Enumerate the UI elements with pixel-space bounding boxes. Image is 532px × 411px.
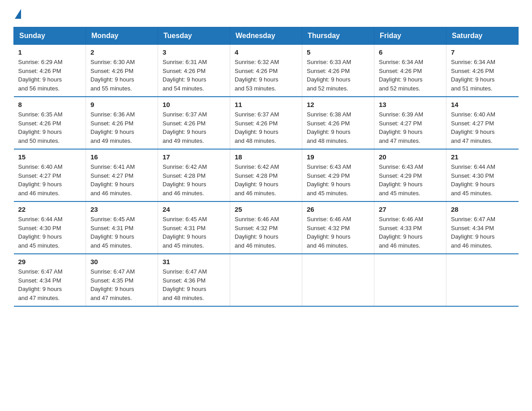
weekday-header-monday: Monday xyxy=(86,27,158,45)
day-number: 17 xyxy=(163,153,225,161)
calendar-cell: 9 Sunrise: 6:36 AMSunset: 4:26 PMDayligh… xyxy=(86,97,158,149)
day-info: Sunrise: 6:47 AMSunset: 4:36 PMDaylight:… xyxy=(163,267,225,302)
calendar-cell: 7 Sunrise: 6:34 AMSunset: 4:26 PMDayligh… xyxy=(446,45,519,97)
calendar-week-row: 15 Sunrise: 6:40 AMSunset: 4:27 PMDaylig… xyxy=(14,149,519,201)
day-number: 12 xyxy=(307,101,369,108)
weekday-header-friday: Friday xyxy=(374,27,446,45)
day-number: 9 xyxy=(90,101,153,108)
weekday-header-wednesday: Wednesday xyxy=(230,27,302,45)
calendar-cell xyxy=(374,254,446,306)
calendar-cell xyxy=(446,254,519,306)
day-number: 3 xyxy=(163,48,225,56)
weekday-header-saturday: Saturday xyxy=(446,27,519,45)
weekday-header-thursday: Thursday xyxy=(302,27,374,45)
day-number: 7 xyxy=(451,48,514,56)
day-number: 2 xyxy=(90,48,153,56)
day-info: Sunrise: 6:37 AMSunset: 4:26 PMDaylight:… xyxy=(163,110,225,145)
day-number: 26 xyxy=(307,206,369,213)
calendar-cell: 4 Sunrise: 6:32 AMSunset: 4:26 PMDayligh… xyxy=(230,45,302,97)
day-info: Sunrise: 6:38 AMSunset: 4:26 PMDaylight:… xyxy=(307,110,369,145)
day-info: Sunrise: 6:47 AMSunset: 4:34 PMDaylight:… xyxy=(18,267,82,302)
day-info: Sunrise: 6:42 AMSunset: 4:28 PMDaylight:… xyxy=(163,163,225,197)
day-number: 27 xyxy=(379,206,442,213)
calendar-table: SundayMondayTuesdayWednesdayThursdayFrid… xyxy=(13,27,519,307)
day-info: Sunrise: 6:31 AMSunset: 4:26 PMDaylight:… xyxy=(163,58,225,93)
calendar-cell: 14 Sunrise: 6:40 AMSunset: 4:27 PMDaylig… xyxy=(446,97,519,149)
day-number: 15 xyxy=(18,153,82,161)
day-info: Sunrise: 6:40 AMSunset: 4:27 PMDaylight:… xyxy=(451,110,514,145)
calendar-cell: 18 Sunrise: 6:42 AMSunset: 4:28 PMDaylig… xyxy=(230,149,302,201)
day-number: 8 xyxy=(18,101,82,108)
day-info: Sunrise: 6:46 AMSunset: 4:32 PMDaylight:… xyxy=(235,215,297,250)
calendar-cell: 2 Sunrise: 6:30 AMSunset: 4:26 PMDayligh… xyxy=(86,45,158,97)
calendar-cell: 6 Sunrise: 6:34 AMSunset: 4:26 PMDayligh… xyxy=(374,45,446,97)
day-info: Sunrise: 6:41 AMSunset: 4:27 PMDaylight:… xyxy=(90,163,153,197)
day-number: 28 xyxy=(451,206,514,213)
calendar-cell: 8 Sunrise: 6:35 AMSunset: 4:26 PMDayligh… xyxy=(14,97,86,149)
day-info: Sunrise: 6:34 AMSunset: 4:26 PMDaylight:… xyxy=(451,58,514,93)
calendar-cell: 22 Sunrise: 6:44 AMSunset: 4:30 PMDaylig… xyxy=(14,201,86,254)
day-number: 30 xyxy=(90,258,153,265)
logo-triangle-icon xyxy=(15,9,21,19)
day-number: 19 xyxy=(307,153,369,161)
day-info: Sunrise: 6:47 AMSunset: 4:34 PMDaylight:… xyxy=(451,215,514,250)
calendar-cell: 15 Sunrise: 6:40 AMSunset: 4:27 PMDaylig… xyxy=(14,149,86,201)
calendar-cell: 20 Sunrise: 6:43 AMSunset: 4:29 PMDaylig… xyxy=(374,149,446,201)
calendar-cell: 29 Sunrise: 6:47 AMSunset: 4:34 PMDaylig… xyxy=(14,254,86,306)
day-number: 18 xyxy=(235,153,297,161)
day-info: Sunrise: 6:36 AMSunset: 4:26 PMDaylight:… xyxy=(90,110,153,145)
calendar-week-row: 29 Sunrise: 6:47 AMSunset: 4:34 PMDaylig… xyxy=(14,254,519,306)
day-number: 20 xyxy=(379,153,442,161)
calendar-header-row: SundayMondayTuesdayWednesdayThursdayFrid… xyxy=(14,27,519,45)
day-number: 16 xyxy=(90,153,153,161)
calendar-cell: 13 Sunrise: 6:39 AMSunset: 4:27 PMDaylig… xyxy=(374,97,446,149)
calendar-cell: 17 Sunrise: 6:42 AMSunset: 4:28 PMDaylig… xyxy=(158,149,230,201)
day-info: Sunrise: 6:43 AMSunset: 4:29 PMDaylight:… xyxy=(307,163,369,197)
calendar-cell: 25 Sunrise: 6:46 AMSunset: 4:32 PMDaylig… xyxy=(230,201,302,254)
calendar-cell: 31 Sunrise: 6:47 AMSunset: 4:36 PMDaylig… xyxy=(158,254,230,306)
day-number: 14 xyxy=(451,101,514,108)
calendar-cell xyxy=(230,254,302,306)
day-info: Sunrise: 6:39 AMSunset: 4:27 PMDaylight:… xyxy=(379,110,442,145)
calendar-week-row: 8 Sunrise: 6:35 AMSunset: 4:26 PMDayligh… xyxy=(14,97,519,149)
day-info: Sunrise: 6:29 AMSunset: 4:26 PMDaylight:… xyxy=(18,58,82,93)
calendar-cell: 11 Sunrise: 6:37 AMSunset: 4:26 PMDaylig… xyxy=(230,97,302,149)
day-info: Sunrise: 6:33 AMSunset: 4:26 PMDaylight:… xyxy=(307,58,369,93)
day-number: 5 xyxy=(307,48,369,56)
calendar-cell: 24 Sunrise: 6:45 AMSunset: 4:31 PMDaylig… xyxy=(158,201,230,254)
day-info: Sunrise: 6:46 AMSunset: 4:32 PMDaylight:… xyxy=(307,215,369,250)
day-info: Sunrise: 6:46 AMSunset: 4:33 PMDaylight:… xyxy=(379,215,442,250)
day-number: 23 xyxy=(90,206,153,213)
calendar-cell: 28 Sunrise: 6:47 AMSunset: 4:34 PMDaylig… xyxy=(446,201,519,254)
calendar-week-row: 22 Sunrise: 6:44 AMSunset: 4:30 PMDaylig… xyxy=(14,201,519,254)
day-info: Sunrise: 6:30 AMSunset: 4:26 PMDaylight:… xyxy=(90,58,153,93)
day-number: 21 xyxy=(451,153,514,161)
day-number: 24 xyxy=(163,206,225,213)
day-info: Sunrise: 6:42 AMSunset: 4:28 PMDaylight:… xyxy=(235,163,297,197)
day-number: 6 xyxy=(379,48,442,56)
calendar-cell: 3 Sunrise: 6:31 AMSunset: 4:26 PMDayligh… xyxy=(158,45,230,97)
day-number: 11 xyxy=(235,101,297,108)
calendar-week-row: 1 Sunrise: 6:29 AMSunset: 4:26 PMDayligh… xyxy=(14,45,519,97)
calendar-cell: 12 Sunrise: 6:38 AMSunset: 4:26 PMDaylig… xyxy=(302,97,374,149)
day-info: Sunrise: 6:35 AMSunset: 4:26 PMDaylight:… xyxy=(18,110,82,145)
calendar-cell: 26 Sunrise: 6:46 AMSunset: 4:32 PMDaylig… xyxy=(302,201,374,254)
day-number: 10 xyxy=(163,101,225,108)
day-number: 1 xyxy=(18,48,82,56)
calendar-cell xyxy=(302,254,374,306)
weekday-header-sunday: Sunday xyxy=(14,27,86,45)
day-info: Sunrise: 6:44 AMSunset: 4:30 PMDaylight:… xyxy=(451,163,514,197)
day-info: Sunrise: 6:45 AMSunset: 4:31 PMDaylight:… xyxy=(90,215,153,250)
calendar-cell: 19 Sunrise: 6:43 AMSunset: 4:29 PMDaylig… xyxy=(302,149,374,201)
calendar-cell: 10 Sunrise: 6:37 AMSunset: 4:26 PMDaylig… xyxy=(158,97,230,149)
day-info: Sunrise: 6:44 AMSunset: 4:30 PMDaylight:… xyxy=(18,215,82,250)
weekday-header-tuesday: Tuesday xyxy=(158,27,230,45)
day-number: 13 xyxy=(379,101,442,108)
day-info: Sunrise: 6:43 AMSunset: 4:29 PMDaylight:… xyxy=(379,163,442,197)
day-number: 4 xyxy=(235,48,297,56)
calendar-cell: 30 Sunrise: 6:47 AMSunset: 4:35 PMDaylig… xyxy=(86,254,158,306)
calendar-cell: 16 Sunrise: 6:41 AMSunset: 4:27 PMDaylig… xyxy=(86,149,158,201)
day-info: Sunrise: 6:47 AMSunset: 4:35 PMDaylight:… xyxy=(90,267,153,302)
calendar-cell: 21 Sunrise: 6:44 AMSunset: 4:30 PMDaylig… xyxy=(446,149,519,201)
day-info: Sunrise: 6:37 AMSunset: 4:26 PMDaylight:… xyxy=(235,110,297,145)
